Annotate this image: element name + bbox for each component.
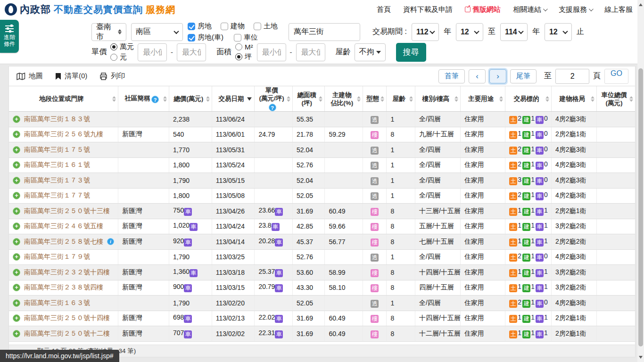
nav-item-0[interactable]: 首頁 (377, 5, 391, 14)
help-icon[interactable]: ? (151, 96, 159, 103)
expand-plus-icon[interactable]: + (13, 314, 20, 322)
unit-price-radio-0[interactable]: 萬元 (110, 42, 134, 51)
column-header-4[interactable]: 單價 (萬元/坪)? (255, 86, 293, 112)
address-link[interactable]: 南區萬年三街１７７號 (24, 191, 90, 200)
land-badge: 土 (509, 239, 517, 247)
expand-plus-icon[interactable]: + (13, 299, 20, 307)
column-header-7[interactable]: 型態 (363, 86, 387, 112)
column-header-12[interactable]: 建物格局 (552, 86, 597, 112)
table-body: +南區萬年三街１８３號2,238113/06/2455.35透1全/四層住家用土… (9, 112, 635, 342)
address-link[interactable]: 南區萬年三街１８３號 (24, 115, 90, 123)
go-button[interactable]: GO (604, 69, 628, 84)
address-cell: +南區萬年三街１７９號 (9, 249, 118, 265)
scrollbar-thumb[interactable] (638, 68, 643, 346)
print-button[interactable]: 列印 (99, 72, 125, 81)
expand-plus-icon[interactable]: + (13, 330, 20, 337)
map-view-button[interactable]: 地圖 (17, 72, 43, 81)
expand-plus-icon[interactable]: + (13, 146, 20, 154)
expand-plus-icon[interactable]: + (13, 269, 20, 276)
address-link[interactable]: 南區萬年三街２３８號四樓 (24, 283, 103, 292)
last-page-button[interactable]: 尾筆 (510, 69, 537, 83)
to-month-select[interactable]: 12 (545, 23, 572, 41)
info-icon[interactable]: i (107, 238, 114, 245)
site-logo[interactable]: 內政部 不動產交易實價查詢 服務網 (5, 3, 175, 16)
usage-cell: 住家用 (460, 142, 505, 158)
checkbox-2[interactable]: 土地 (254, 22, 284, 31)
scroll-up-arrow[interactable] (637, 1, 644, 8)
expand-plus-icon[interactable]: + (13, 284, 20, 291)
column-header-0[interactable]: 地段位置或門牌 (9, 86, 118, 112)
address-link[interactable]: 南區萬年三街１７５號 (24, 146, 90, 154)
advanced-conditions-button[interactable]: 進階條件 (0, 20, 19, 53)
address-link[interactable]: 南區萬年三街１７３號 (24, 176, 90, 185)
vertical-scrollbar[interactable] (637, 0, 644, 362)
expand-plus-icon[interactable]: + (13, 161, 20, 169)
checkbox-0[interactable]: 房地 (188, 22, 218, 31)
nav-item-4[interactable]: 支援服務 (559, 5, 592, 14)
area-radio-0[interactable]: M² (235, 43, 253, 51)
sort-icon (319, 96, 322, 102)
column-header-10[interactable]: 主要用途 (460, 86, 505, 112)
address-link[interactable]: 南區萬年三街２４６號五樓 (24, 222, 103, 230)
unit-price-radio-1[interactable]: 元 (110, 53, 134, 62)
column-header-3[interactable]: 交易日期 (212, 86, 255, 112)
nav-item-2[interactable]: 舊版網站 (465, 5, 501, 14)
checkbox-3[interactable]: 房地(車) (188, 33, 231, 42)
keyword-input[interactable] (289, 23, 360, 41)
nav-item-1[interactable]: 資料下載及申請 (403, 5, 453, 14)
expand-plus-icon[interactable]: + (13, 115, 20, 123)
checkbox-1[interactable]: 建物 (221, 22, 251, 31)
checkbox-checked-icon (188, 23, 195, 30)
column-header-9[interactable]: 樓別/樓高 (415, 86, 460, 112)
area-min-input[interactable] (257, 43, 286, 61)
page-number-input[interactable] (555, 69, 589, 84)
address-link[interactable]: 南區萬年三街２５０號十四樓 (24, 314, 110, 322)
address-link[interactable]: 南區萬年三街１７９號 (24, 253, 90, 261)
to-year-select[interactable]: 114 (500, 23, 528, 41)
expand-plus-icon[interactable]: + (13, 238, 20, 246)
nav-item-5[interactable]: 線上客服 (604, 5, 633, 14)
column-header-1[interactable]: 社區簡稱? (118, 86, 169, 112)
address-link[interactable]: 南區萬年三街２５０號十三樓 (24, 207, 110, 215)
address-link[interactable]: 南區萬年三街１６３號 (24, 299, 90, 307)
column-header-2[interactable]: 總價(萬元) (169, 86, 212, 112)
expand-plus-icon[interactable]: + (13, 253, 20, 261)
unit-price-min-input[interactable] (138, 43, 167, 61)
district-select[interactable]: 南區 (131, 23, 183, 41)
end-label: 止 (577, 27, 584, 37)
checkbox-4[interactable]: 車位 (234, 33, 264, 42)
column-header-13[interactable]: 車位總價 (萬元) (596, 86, 635, 112)
nav-item-label: 支援服務 (559, 5, 587, 14)
from-year-select[interactable]: 112 (412, 23, 439, 41)
help-icon[interactable]: ? (269, 104, 276, 111)
column-header-6[interactable]: 主建物 佔比(%) (325, 86, 363, 112)
nav-item-3[interactable]: 相關連結 (513, 5, 546, 14)
expand-plus-icon[interactable]: + (13, 222, 20, 230)
prev-page-button[interactable]: ‹ (469, 69, 486, 83)
address-link[interactable]: 南區萬年三街２５０號十二樓 (24, 329, 110, 338)
first-page-button[interactable]: 首筆 (438, 69, 465, 83)
address-link[interactable]: 南區萬年三街２３２號十四樓 (24, 268, 110, 277)
next-page-button[interactable]: › (489, 69, 506, 83)
address-link[interactable]: 南區萬年三街２５８號七樓 (24, 238, 103, 246)
expand-plus-icon[interactable]: + (13, 177, 20, 184)
scroll-down-arrow[interactable] (637, 354, 644, 361)
age-select[interactable]: 不拘 (355, 43, 386, 61)
expand-plus-icon[interactable]: + (13, 207, 20, 215)
column-header-5[interactable]: 總面積 (坪) (292, 86, 325, 112)
address-link[interactable]: 南區萬年三街１６１號 (24, 161, 90, 169)
search-button[interactable]: 搜尋 (396, 43, 426, 62)
column-header-11[interactable]: 交易標的 (505, 86, 552, 112)
area-radio-1[interactable]: 坪 (235, 52, 253, 61)
main-building-ratio-cell (325, 142, 363, 158)
saved-list-button[interactable]: 清單(0) (55, 72, 87, 81)
address-link[interactable]: 南區萬年三街２５６號九樓 (24, 130, 103, 139)
city-select[interactable]: 臺南市 (91, 23, 126, 41)
page: 內政部 不動產交易實價查詢 服務網 首頁資料下載及申請舊版網站相關連結支援服務線… (0, 0, 644, 362)
column-header-8[interactable]: 屋齡 (387, 86, 415, 112)
expand-plus-icon[interactable]: + (13, 192, 20, 199)
unit-price-max-input[interactable] (177, 43, 206, 61)
area-max-input[interactable] (296, 43, 325, 61)
from-month-select[interactable]: 12 (456, 23, 483, 41)
expand-plus-icon[interactable]: + (13, 131, 20, 138)
